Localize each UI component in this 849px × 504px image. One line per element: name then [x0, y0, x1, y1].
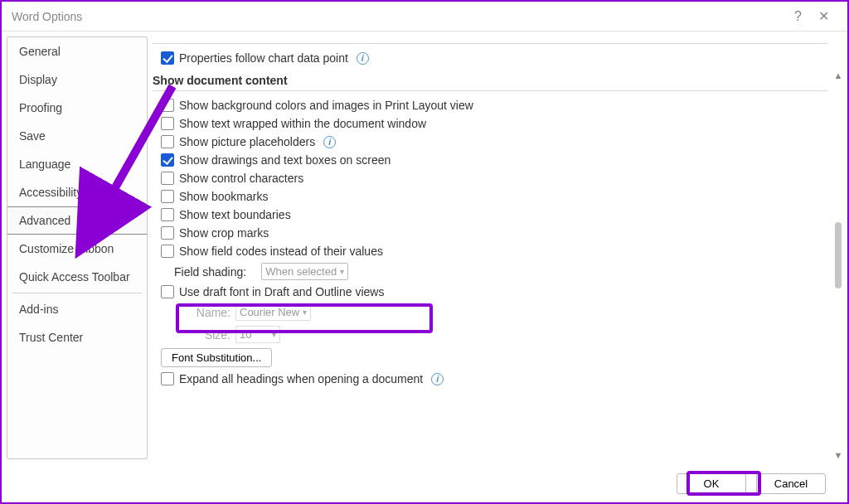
- checkbox-text-boundaries[interactable]: [161, 208, 174, 221]
- chevron-down-icon: ▾: [340, 267, 344, 276]
- option-properties-follow[interactable]: Properties follow chart data point i: [153, 49, 827, 67]
- sidebar-item-label: Proofing: [19, 101, 62, 114]
- sidebar-item-general[interactable]: General: [7, 37, 147, 65]
- option-label: Show picture placeholders: [179, 135, 315, 148]
- sidebar-item-customize-ribbon[interactable]: Customize Ribbon: [7, 235, 147, 263]
- checkbox-crop-marks[interactable]: [161, 226, 174, 240]
- sidebar-item-proofing[interactable]: Proofing: [7, 94, 147, 122]
- sidebar-item-label: Trust Center: [19, 331, 83, 344]
- word-options-dialog: Word Options ? ✕ General Display Proofin…: [0, 0, 849, 504]
- section-rule: [153, 90, 827, 91]
- option-label: Show crop marks: [179, 226, 269, 240]
- scroll-up-arrow-icon[interactable]: ▲: [832, 70, 844, 81]
- sidebar-item-label: Language: [19, 158, 70, 171]
- option-crop-marks[interactable]: Show crop marks: [153, 224, 827, 242]
- draft-font-size-select: 10 ▾: [235, 326, 280, 343]
- option-label: Expand all headings when opening a docum…: [179, 372, 423, 385]
- sidebar-item-label: Save: [19, 129, 46, 143]
- sidebar-item-label: Advanced: [19, 214, 70, 227]
- option-label: Show background colors and images in Pri…: [179, 99, 473, 112]
- sidebar-item-save[interactable]: Save: [7, 122, 147, 150]
- option-bg-colors[interactable]: Show background colors and images in Pri…: [153, 96, 827, 114]
- content-area: Properties follow chart data point i Sho…: [148, 32, 847, 464]
- option-text-boundaries[interactable]: Show text boundaries: [153, 206, 827, 224]
- option-label: Show text boundaries: [179, 208, 291, 221]
- scrollbar-thumb[interactable]: [835, 222, 842, 288]
- section-header-show-document-content: Show document content: [153, 67, 827, 90]
- sidebar-item-label: Add-ins: [19, 303, 58, 316]
- select-value: Courier New: [240, 306, 299, 318]
- option-draft-name: Name: Courier New ▾: [153, 301, 827, 323]
- option-field-codes[interactable]: Show field codes instead of their values: [153, 242, 827, 260]
- option-label: Use draft font in Draft and Outline view…: [179, 285, 384, 298]
- option-label: Show bookmarks: [179, 190, 268, 203]
- field-shading-select[interactable]: When selected ▾: [261, 263, 348, 280]
- sidebar-item-label: Display: [19, 73, 57, 86]
- sidebar-item-quick-access-toolbar[interactable]: Quick Access Toolbar: [7, 263, 147, 291]
- window-title: Word Options: [12, 10, 82, 23]
- option-label: Field shading:: [174, 265, 246, 279]
- help-button[interactable]: ?: [786, 6, 810, 27]
- option-label: Show drawings and text boxes on screen: [179, 153, 391, 167]
- dialog-footer: OK Cancel: [2, 464, 847, 502]
- option-text-wrapped[interactable]: Show text wrapped within the document wi…: [153, 114, 827, 133]
- checkbox-bg-colors[interactable]: [161, 99, 174, 112]
- chevron-down-icon: ▾: [272, 330, 276, 339]
- option-label: Properties follow chart data point: [179, 51, 348, 65]
- option-draft-size: Size: 10 ▾: [153, 323, 827, 346]
- option-label: Show text wrapped within the document wi…: [179, 117, 426, 130]
- option-label: Show control characters: [179, 172, 303, 185]
- option-expand-headings[interactable]: Expand all headings when opening a docum…: [153, 370, 827, 388]
- option-font-substitution: Font Substitution...: [153, 346, 827, 370]
- sidebar-divider: [12, 293, 142, 293]
- sidebar-item-accessibility[interactable]: Accessibility: [7, 178, 147, 206]
- draft-font-name-select: Courier New ▾: [235, 303, 311, 321]
- titlebar: Word Options ? ✕: [2, 2, 847, 32]
- info-icon[interactable]: i: [357, 52, 369, 65]
- sidebar-item-advanced[interactable]: Advanced: [7, 206, 147, 235]
- sidebar-item-add-ins[interactable]: Add-ins: [7, 295, 147, 323]
- option-draft-font[interactable]: Use draft font in Draft and Outline view…: [153, 283, 827, 301]
- sidebar-item-label: General: [19, 45, 61, 58]
- checkbox-field-codes[interactable]: [161, 245, 174, 258]
- info-icon[interactable]: i: [323, 136, 336, 148]
- info-icon[interactable]: i: [431, 373, 444, 385]
- sidebar-item-label: Quick Access Toolbar: [19, 270, 130, 284]
- checkbox-bookmarks[interactable]: [161, 190, 174, 203]
- checkbox-properties-follow[interactable]: [161, 51, 174, 65]
- sidebar-item-language[interactable]: Language: [7, 150, 147, 178]
- close-button[interactable]: ✕: [810, 5, 837, 27]
- option-label: Show field codes instead of their values: [179, 245, 383, 258]
- option-label: Size:: [187, 328, 230, 342]
- option-picture-placeholders[interactable]: Show picture placeholders i: [153, 133, 827, 151]
- checkbox-drawings[interactable]: [161, 153, 174, 167]
- checkbox-text-wrapped[interactable]: [161, 117, 174, 130]
- checkbox-expand-headings[interactable]: [161, 372, 174, 385]
- option-drawings[interactable]: Show drawings and text boxes on screen: [153, 151, 827, 169]
- sidebar-item-label: Accessibility: [19, 186, 82, 199]
- select-value: 10: [240, 328, 251, 341]
- sidebar-item-label: Customize Ribbon: [19, 242, 114, 255]
- font-substitution-button[interactable]: Font Substitution...: [161, 348, 272, 367]
- option-control-chars[interactable]: Show control characters: [153, 169, 827, 187]
- checkbox-control-chars[interactable]: [161, 172, 174, 185]
- sidebar-item-display[interactable]: Display: [7, 65, 147, 94]
- chevron-down-icon: ▾: [303, 308, 307, 317]
- ok-button[interactable]: OK: [677, 473, 746, 494]
- section-rule: [153, 43, 827, 44]
- select-value: When selected: [265, 265, 337, 278]
- option-label: Name:: [187, 306, 230, 319]
- cancel-button[interactable]: Cancel: [756, 473, 826, 494]
- checkbox-draft-font[interactable]: [161, 285, 174, 298]
- option-field-shading: Field shading: When selected ▾: [153, 260, 827, 283]
- checkbox-picture-placeholders[interactable]: [161, 135, 174, 148]
- vertical-scrollbar[interactable]: ▲ ▼: [832, 40, 844, 461]
- sidebar: General Display Proofing Save Language A…: [7, 36, 148, 459]
- sidebar-item-trust-center[interactable]: Trust Center: [7, 323, 147, 351]
- option-bookmarks[interactable]: Show bookmarks: [153, 187, 827, 206]
- scroll-down-arrow-icon[interactable]: ▼: [832, 449, 844, 461]
